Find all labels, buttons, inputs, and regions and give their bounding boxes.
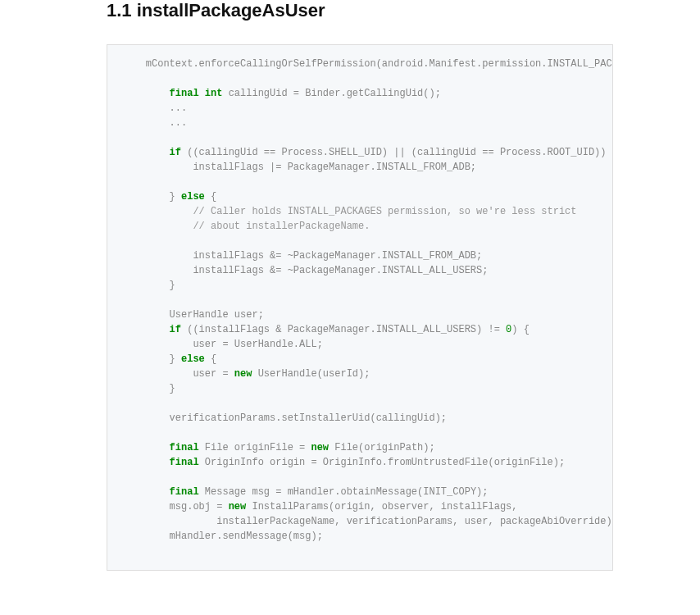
code-block[interactable]: mContext.enforceCallingOrSelfPermission(…: [107, 44, 613, 571]
section-heading: 1.1 installPackageAsUser: [107, 0, 613, 21]
code-content: mContext.enforceCallingOrSelfPermission(…: [107, 45, 612, 570]
footer-text: [107, 585, 613, 595]
